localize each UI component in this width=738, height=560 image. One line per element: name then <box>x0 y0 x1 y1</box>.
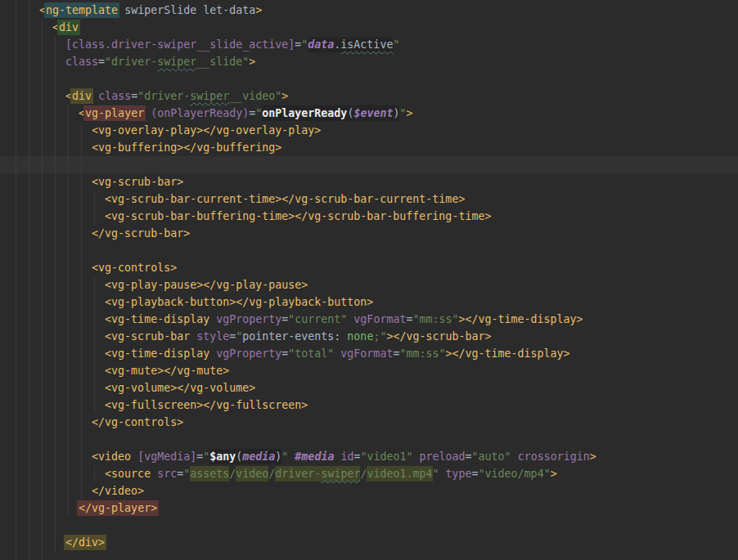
code-token: <vg-buffering></vg-buffering> <box>92 141 281 154</box>
code-token: "mm:ss" <box>399 347 445 360</box>
code-token: <vg-mute></vg-mute> <box>105 365 229 377</box>
code-line[interactable]: <source src="assets/video/driver-swiper/… <box>0 465 596 482</box>
code-token <box>0 193 105 205</box>
code-line[interactable]: <vg-scrub-bar-buffering-time></vg-scrub-… <box>0 208 596 225</box>
code-token: [class.driver-swiper__slide_active] <box>65 38 295 51</box>
code-line[interactable]: class="driver-swiper__slide"> <box>0 53 596 70</box>
code-line[interactable]: </vg-controls> <box>0 414 596 431</box>
code-token: pointer-events: <box>242 330 340 343</box>
code-token: div <box>57 20 80 35</box>
code-token: src <box>157 468 177 480</box>
code-line[interactable]: <vg-player (onPlayerReady)="onPlayerRead… <box>0 105 596 122</box>
code-line[interactable] <box>0 517 596 534</box>
code-token <box>0 416 92 428</box>
code-token <box>0 468 105 480</box>
code-token: __slide" <box>196 56 249 68</box>
code-token <box>0 21 52 34</box>
code-token: <vg-fullscreen></vg-fullscreen> <box>105 399 308 411</box>
code-token: > <box>590 450 596 463</box>
code-token: > <box>406 107 412 119</box>
code-token: __video" <box>229 90 281 102</box>
code-token <box>0 124 92 137</box>
code-line[interactable]: <vg-scrub-bar> <box>0 173 596 190</box>
code-line[interactable]: <vg-fullscreen></vg-fullscreen> <box>0 396 596 414</box>
code-token: driver- <box>275 466 321 482</box>
code-line[interactable]: <div <box>0 19 596 36</box>
code-line[interactable]: <vg-scrub-bar-current-time></vg-scrub-ba… <box>0 190 596 208</box>
code-token: ;" <box>373 330 386 343</box>
code-token: </vg-player> <box>77 500 159 516</box>
code-token: </div> <box>64 535 106 550</box>
code-token: video1.mp4 <box>367 466 432 482</box>
code-token <box>0 279 105 291</box>
code-token <box>131 450 137 463</box>
code-token: vgFormat <box>353 313 406 325</box>
code-token: "video1" <box>360 450 412 463</box>
code-line[interactable]: </vg-player> <box>0 500 596 517</box>
code-token: swiper <box>190 90 229 102</box>
code-line[interactable]: </video> <box>0 482 596 500</box>
code-token: preload <box>420 450 466 463</box>
code-token <box>0 450 92 463</box>
code-token: </video> <box>92 485 144 497</box>
code-line[interactable]: <vg-scrub-bar style="pointer-events: non… <box>0 328 596 345</box>
code-token: " <box>393 38 399 51</box>
code-line[interactable] <box>0 70 596 87</box>
code-token <box>209 313 216 325</box>
code-token: vgFormat <box>340 347 393 360</box>
code-line[interactable]: <video [vgMedia]="$any(media)" #media id… <box>0 448 596 465</box>
code-token: "current" <box>288 313 347 325</box>
code-token: crossorigin <box>518 450 590 463</box>
code-line[interactable]: <vg-buffering></vg-buffering> <box>0 139 596 156</box>
code-token: "auto" <box>472 450 511 463</box>
code-line[interactable]: <vg-time-display vgProperty="total" vgFo… <box>0 345 596 362</box>
code-token <box>209 347 216 360</box>
code-token: <vg-scrub-bar-current-time></vg-scrub-ba… <box>105 193 465 205</box>
code-line[interactable] <box>0 242 596 259</box>
code-token <box>0 347 105 360</box>
code-token: swiperSlide let-data <box>118 4 255 16</box>
code-token: (onPlayerReady) <box>151 107 249 119</box>
code-token: > <box>249 56 255 68</box>
code-token: > <box>281 90 288 102</box>
code-token <box>0 313 105 325</box>
code-token: <vg-scrub-bar> <box>92 176 183 188</box>
code-token: class <box>65 56 98 68</box>
code-token: id <box>340 450 353 463</box>
code-token <box>0 90 65 102</box>
code-token: type <box>446 468 472 480</box>
code-token <box>0 141 92 154</box>
code-token: vg-player <box>83 105 146 121</box>
code-line[interactable] <box>0 431 596 448</box>
code-token: ng-template <box>44 2 119 18</box>
code-token <box>0 262 92 274</box>
code-token: "driver- <box>105 56 157 68</box>
code-line[interactable]: [class.driver-swiper__slide_active]="dat… <box>0 36 596 53</box>
code-line[interactable]: <vg-play-pause></vg-play-pause> <box>0 276 596 293</box>
code-token <box>190 330 196 343</box>
code-line[interactable]: <vg-controls> <box>0 259 596 276</box>
code-token: ></vg-time-display> <box>458 313 583 325</box>
code-line[interactable]: <vg-mute></vg-mute> <box>0 362 596 379</box>
code-line[interactable]: <vg-playback-button></vg-playback-button… <box>0 293 596 311</box>
code-token <box>0 56 65 68</box>
code-token: swiper <box>321 466 360 482</box>
code-line[interactable] <box>0 156 596 173</box>
code-line[interactable]: <vg-time-display vgProperty="current" vg… <box>0 311 596 328</box>
code-token <box>511 450 518 463</box>
code-line[interactable]: <vg-overlay-play></vg-overlay-play> <box>0 122 596 139</box>
code-line[interactable]: </div> <box>0 534 596 551</box>
code-line[interactable]: <div class="driver-swiper__video"> <box>0 87 596 105</box>
code-token: video <box>236 466 268 482</box>
code-editor[interactable]: <ng-template swiperSlide let-data> <div … <box>0 0 738 560</box>
code-area[interactable]: <ng-template swiperSlide let-data> <div … <box>0 2 596 551</box>
code-line[interactable]: </vg-scrub-bar> <box>0 225 596 242</box>
code-line[interactable]: <ng-template swiperSlide let-data> <box>0 2 596 19</box>
code-token: [vgMedia] <box>137 450 196 463</box>
code-line[interactable]: <vg-volume></vg-volume> <box>0 379 596 396</box>
code-token: <vg-time-display <box>105 313 209 325</box>
code-token: <vg-scrub-bar <box>105 330 190 343</box>
code-token <box>0 536 65 549</box>
code-token: <vg-playback-button></vg-playback-button… <box>105 296 373 308</box>
code-token: ></vg-scrub-bar> <box>386 330 491 343</box>
